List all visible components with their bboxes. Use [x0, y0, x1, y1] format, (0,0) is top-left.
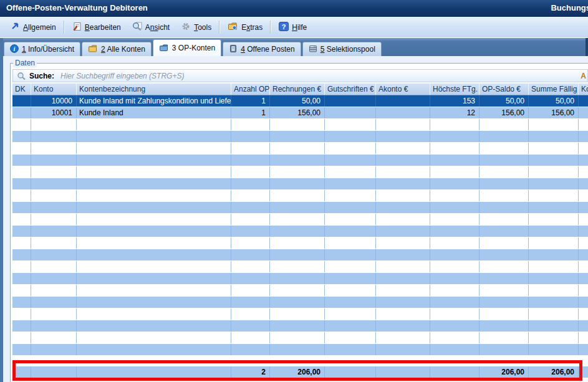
- menu-item-extras[interactable]: Extras: [222, 19, 268, 36]
- table-row[interactable]: [12, 214, 588, 226]
- menu-item-ansicht[interactable]: Ansicht: [127, 19, 175, 36]
- cell: [579, 332, 588, 343]
- search-match-case-indicator[interactable]: A: [581, 72, 586, 80]
- table-row[interactable]: [12, 202, 588, 214]
- cell: [31, 226, 77, 237]
- cell: [231, 320, 270, 332]
- cell: [231, 178, 270, 189]
- svg-text:?: ?: [282, 22, 286, 30]
- cell: [12, 249, 31, 260]
- cell: [270, 332, 325, 343]
- table-row[interactable]: [12, 285, 588, 297]
- table-row[interactable]: 10001Kunde Inland1156,0012156,00156,00: [12, 107, 588, 119]
- cell: [270, 344, 325, 355]
- cell: [579, 366, 588, 378]
- gear-icon: [181, 22, 191, 33]
- cell: Kunde Inland: [77, 107, 231, 118]
- cell: [376, 214, 430, 225]
- table-row[interactable]: [12, 249, 588, 261]
- table-row[interactable]: [12, 297, 588, 308]
- table-row[interactable]: [12, 308, 588, 320]
- cell: [579, 320, 588, 332]
- table-row[interactable]: [12, 119, 588, 131]
- tab-selektionspool[interactable]: 5 Selektionspool: [302, 42, 382, 56]
- cell: [77, 261, 231, 272]
- column-header[interactable]: Höchste FTg.: [430, 84, 480, 95]
- column-header[interactable]: Ko: [579, 84, 588, 95]
- cell: [579, 297, 588, 308]
- cell: [376, 178, 430, 189]
- cell: [12, 119, 31, 130]
- table-row[interactable]: [12, 237, 588, 249]
- table-row[interactable]: [12, 178, 588, 190]
- cell: [376, 320, 430, 332]
- table-row[interactable]: [12, 190, 588, 202]
- cell: [480, 190, 529, 201]
- tab-alle-konten[interactable]: 2 Alle Konten: [82, 42, 152, 56]
- cell: [480, 237, 529, 249]
- table-row[interactable]: [12, 131, 588, 143]
- table-row[interactable]: [12, 226, 588, 237]
- column-header[interactable]: Summe Fällig €: [529, 84, 579, 95]
- cell: [77, 190, 231, 201]
- tab-op-konten[interactable]: 3 OP-Konten: [153, 39, 221, 56]
- cell: [529, 249, 579, 260]
- cell: [270, 119, 325, 130]
- cell: [77, 308, 231, 320]
- search-bar: Suche: A: [12, 69, 588, 82]
- cell: [231, 214, 270, 225]
- table-row[interactable]: [12, 332, 588, 344]
- cell: [529, 332, 579, 343]
- cell: [579, 226, 588, 237]
- search-input[interactable]: [59, 71, 587, 81]
- table-row[interactable]: [12, 155, 588, 166]
- column-header[interactable]: Konto: [31, 84, 77, 95]
- table-row[interactable]: 2206,00206,00206,00: [12, 366, 588, 378]
- cell: [325, 119, 376, 130]
- table-row[interactable]: [12, 344, 588, 356]
- table-row[interactable]: [12, 261, 588, 273]
- tab-offene-posten[interactable]: 4 Offene Posten: [223, 42, 301, 56]
- column-header[interactable]: Anzahl OP: [231, 84, 270, 95]
- cell: [31, 155, 77, 166]
- menu-bar: Allgemein Bearbeiten Ansicht Tools: [0, 17, 588, 37]
- cell: [270, 249, 325, 260]
- tab-info-uebersicht[interactable]: i 1 Info/Übersicht: [4, 42, 80, 56]
- column-header[interactable]: DK: [12, 84, 31, 95]
- table-row[interactable]: [12, 320, 588, 332]
- cell: [579, 119, 588, 130]
- cell: [430, 297, 480, 308]
- cell: [529, 166, 579, 178]
- column-header[interactable]: Kontenbezeichnung: [77, 84, 231, 95]
- cell: [12, 226, 31, 237]
- menu-item-hilfe[interactable]: ? Hilfe: [273, 19, 312, 36]
- column-header[interactable]: Rechnungen €: [270, 84, 325, 95]
- menu-item-tools[interactable]: Tools: [175, 19, 217, 36]
- table-row[interactable]: [12, 273, 588, 285]
- cell: 153: [430, 95, 480, 107]
- table-row[interactable]: [12, 143, 588, 155]
- cell: [231, 261, 270, 272]
- cell: [376, 261, 430, 272]
- cell: [325, 190, 376, 201]
- cell: [31, 202, 77, 213]
- menu-item-allgemein[interactable]: Allgemein: [5, 19, 62, 35]
- column-header[interactable]: OP-Saldo €: [480, 84, 529, 95]
- tab-label: 1 Info/Übersicht: [22, 45, 74, 54]
- cell: [325, 166, 376, 178]
- cell: [529, 119, 579, 130]
- cell: [529, 261, 579, 272]
- cell: [579, 202, 588, 213]
- menu-item-bearbeiten[interactable]: Bearbeiten: [67, 19, 127, 36]
- column-header[interactable]: Gutschriften €: [325, 84, 376, 95]
- column-header[interactable]: Akonto €: [376, 84, 430, 95]
- table-row[interactable]: [12, 166, 588, 178]
- table-row[interactable]: 10000Kunde Inland mit Zahlungskondition …: [12, 95, 588, 107]
- cell: [270, 214, 325, 225]
- cell: [12, 202, 31, 213]
- cell: 50,00: [270, 95, 325, 107]
- cell: [579, 249, 588, 260]
- cell: 50,00: [529, 95, 579, 107]
- grid-header-row: DKKontoKontenbezeichnungAnzahl OPRechnun…: [12, 84, 588, 95]
- cell: [31, 308, 77, 320]
